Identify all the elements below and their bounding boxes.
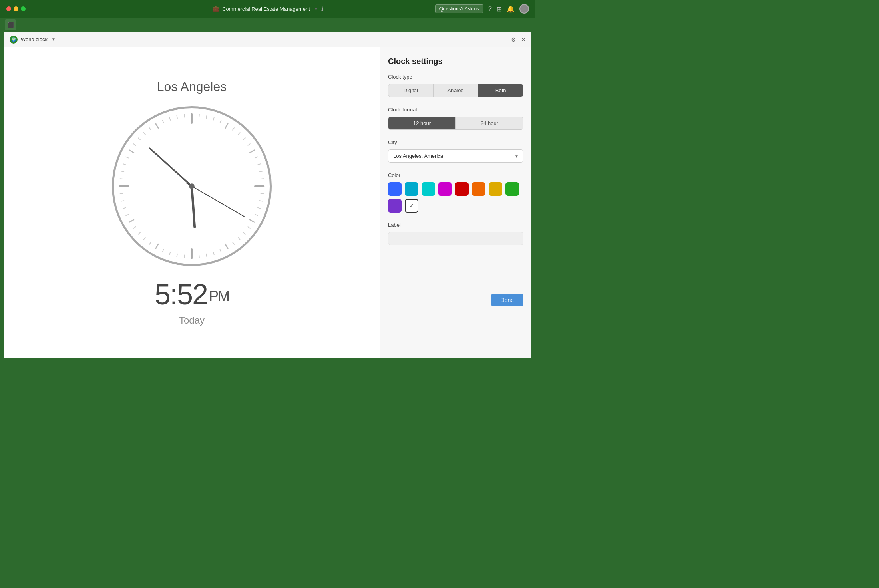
svg-line-55	[149, 128, 151, 130]
svg-line-7	[156, 244, 158, 248]
time-value: 5:52	[155, 278, 207, 310]
svg-line-40	[149, 242, 151, 244]
svg-line-46	[121, 201, 124, 201]
settings-icon[interactable]: ⚙	[511, 36, 516, 43]
done-button[interactable]: Done	[491, 294, 523, 306]
label-input[interactable]	[388, 232, 523, 245]
svg-line-34	[206, 254, 207, 256]
color-group: Color ✓	[388, 172, 523, 213]
city-name: Los Angeles	[157, 79, 227, 94]
clock-type-label: Clock type	[388, 74, 523, 80]
svg-line-21	[258, 164, 260, 165]
svg-line-1	[225, 123, 228, 128]
main-panel: 🌍 World clock ▼ ⚙ ✕ Los Angeles	[4, 32, 531, 358]
svg-line-51	[126, 157, 128, 158]
svg-line-39	[163, 249, 164, 252]
svg-line-37	[177, 254, 177, 256]
color-blue[interactable]	[388, 182, 402, 196]
svg-line-56	[163, 120, 164, 123]
panel-dropdown-arrow[interactable]: ▼	[52, 37, 56, 42]
info-icon[interactable]: ℹ	[321, 6, 323, 12]
svg-line-16	[233, 128, 234, 130]
color-white[interactable]: ✓	[405, 199, 418, 213]
panel-header: 🌍 World clock ▼ ⚙ ✕	[4, 32, 531, 47]
city-dropdown[interactable]: Los Angeles, America	[388, 149, 523, 163]
svg-line-49	[121, 171, 124, 171]
avatar[interactable]	[519, 4, 529, 14]
label-label: Label	[388, 222, 523, 228]
svg-line-28	[248, 227, 250, 228]
close-icon[interactable]: ✕	[521, 36, 526, 43]
help-icon[interactable]: ?	[488, 5, 492, 12]
svg-line-22	[260, 171, 263, 171]
top-bar-actions: Questions? Ask us ? ⊞ 🔔	[435, 4, 529, 14]
app-icon[interactable]: ⬛	[5, 19, 16, 30]
traffic-lights	[6, 6, 26, 11]
bell-icon[interactable]: 🔔	[507, 5, 515, 13]
svg-line-17	[238, 132, 240, 134]
digital-time: 5:52PM	[155, 278, 229, 311]
clock-format-24hour[interactable]: 24 hour	[456, 117, 523, 129]
app-bar: ⬛	[0, 18, 535, 32]
svg-line-19	[248, 143, 250, 145]
svg-line-26	[258, 207, 260, 208]
clock-format-12hour[interactable]: 12 hour	[388, 117, 456, 129]
maximize-window-button[interactable]	[21, 6, 26, 11]
title-dropdown-arrow[interactable]: ▼	[314, 7, 318, 11]
cube-icon: ⬛	[7, 22, 14, 28]
clock-format-group: Clock format 12 hour 24 hour	[388, 107, 523, 130]
clock-format-label: Clock format	[388, 107, 523, 113]
color-purple[interactable]	[388, 199, 402, 213]
svg-line-52	[133, 143, 136, 145]
svg-line-2	[250, 150, 254, 152]
clock-format-control: 12 hour 24 hour	[388, 117, 523, 130]
svg-line-8	[129, 219, 134, 222]
color-cyan[interactable]	[422, 182, 435, 196]
svg-line-45	[123, 207, 125, 208]
top-bar: 💼 Commercial Real Estate Management ▼ ℹ …	[0, 0, 535, 18]
svg-line-33	[213, 252, 214, 254]
color-green[interactable]	[505, 182, 519, 196]
color-teal[interactable]	[405, 182, 418, 196]
svg-line-60	[192, 186, 195, 227]
briefcase-icon: 💼	[212, 6, 219, 12]
clock-type-control: Digital Analog Both	[388, 84, 523, 97]
settings-title: Clock settings	[388, 57, 523, 66]
svg-line-18	[243, 138, 245, 140]
panel-header-right: ⚙ ✕	[511, 36, 526, 43]
svg-line-35	[199, 255, 199, 258]
color-swatches: ✓	[388, 182, 523, 213]
city-group: City Los Angeles, America	[388, 139, 523, 163]
svg-line-62	[187, 183, 244, 216]
svg-line-53	[138, 138, 140, 140]
svg-point-63	[189, 183, 195, 189]
clock-type-both[interactable]: Both	[478, 84, 523, 97]
svg-line-11	[156, 123, 158, 128]
svg-line-43	[133, 227, 136, 228]
clock-type-analog[interactable]: Analog	[434, 84, 479, 97]
color-orange[interactable]	[472, 182, 485, 196]
svg-line-42	[138, 232, 140, 234]
minimize-window-button[interactable]	[14, 6, 18, 11]
svg-line-50	[123, 164, 125, 165]
svg-line-61	[150, 148, 192, 186]
clock-svg	[114, 108, 270, 264]
app-title-area: 💼 Commercial Real Estate Management ▼ ℹ	[212, 6, 323, 12]
svg-line-4	[250, 219, 254, 222]
ask-us-button[interactable]: Questions? Ask us	[435, 4, 483, 13]
app-title: Commercial Real Estate Management	[222, 6, 310, 12]
close-window-button[interactable]	[6, 6, 11, 11]
svg-line-57	[169, 117, 170, 120]
grid-icon[interactable]: ⊞	[497, 5, 502, 13]
color-label: Color	[388, 172, 523, 178]
svg-line-36	[184, 255, 185, 258]
panel-header-left: 🌍 World clock ▼	[10, 36, 56, 44]
color-yellow[interactable]	[489, 182, 502, 196]
clock-type-digital[interactable]: Digital	[388, 84, 434, 97]
svg-line-58	[177, 115, 177, 118]
color-red[interactable]	[455, 182, 469, 196]
color-magenta[interactable]	[438, 182, 452, 196]
svg-line-20	[255, 157, 258, 158]
svg-line-27	[255, 214, 258, 215]
svg-line-44	[126, 214, 128, 215]
